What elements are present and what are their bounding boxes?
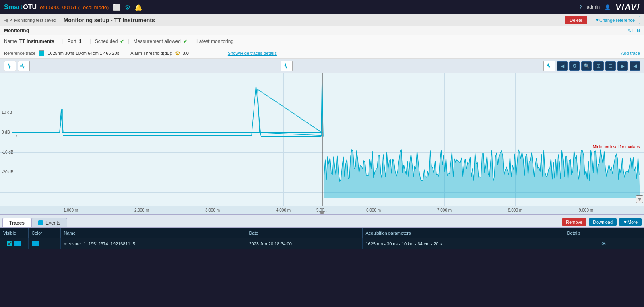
tool-settings[interactable]: ⚙ bbox=[569, 61, 580, 71]
monitoring-title: Monitoring bbox=[4, 28, 29, 33]
user-label: admin bbox=[587, 4, 600, 10]
remove-button[interactable]: Remove bbox=[562, 218, 586, 226]
waveform-toolbar: ◀ ⚙ 🔍 ⊞ ⊡ ▶ ◀ bbox=[0, 59, 644, 73]
sep1: | bbox=[62, 39, 64, 44]
threshold-value: 3.0 bbox=[183, 51, 189, 56]
x-tick-2: 2,000 m bbox=[134, 208, 149, 212]
help-icon[interactable]: ? bbox=[579, 4, 582, 10]
port-label: Port bbox=[68, 39, 76, 44]
measurement-check: ✔ bbox=[183, 39, 187, 44]
cell-color bbox=[28, 238, 60, 249]
save-text: ✔ Monitoring test saved bbox=[9, 18, 56, 23]
x-axis: 1,000 m 2,000 m 3,000 m 4,000 m 5,00... … bbox=[0, 206, 644, 215]
brand-logo: Smart OTU bbox=[4, 4, 37, 11]
wave-tool-1[interactable] bbox=[4, 61, 16, 71]
cell-date: 2023 Jun 20 18:34:00 bbox=[246, 238, 362, 249]
tool-collapse[interactable]: ◀ bbox=[630, 61, 640, 71]
col-acquisition: Acquisition parameters bbox=[362, 228, 564, 238]
ref-trace-params: 1625nm 30ns 10km 64cm 1.465 20s bbox=[47, 51, 119, 56]
monitoring-section-header: Monitoring ✎ Edit bbox=[0, 26, 644, 35]
trace-table: Visible Color Name Date Acquisition para… bbox=[0, 228, 644, 249]
row-color-swatch bbox=[14, 241, 21, 246]
col-date: Date bbox=[246, 228, 362, 238]
brand-smart: Smart bbox=[4, 4, 22, 11]
save-indicator: ◀ ✔ Monitoring test saved bbox=[4, 17, 56, 23]
trace-svg bbox=[0, 73, 644, 206]
show-hide-traces-link[interactable]: Show/Hide traces details bbox=[228, 51, 277, 56]
tab-events[interactable]: Events bbox=[31, 218, 67, 227]
back-icon[interactable]: ◀ bbox=[4, 17, 8, 23]
sep3: | bbox=[128, 39, 129, 44]
brand-otu: OTU bbox=[23, 4, 37, 11]
port-value: 1 bbox=[79, 39, 82, 44]
x-tick-4: 4,000 m bbox=[276, 208, 291, 212]
measurement-label: Measurement allowed bbox=[133, 39, 180, 44]
breadcrumb-bar: ◀ ✔ Monitoring test saved Monitoring set… bbox=[0, 14, 644, 26]
eye-icon[interactable]: 👁 bbox=[601, 241, 607, 247]
tabs-row: Traces Events Remove Download ▼More bbox=[0, 215, 644, 228]
monitor-icon[interactable]: ⬜ bbox=[113, 4, 121, 11]
delete-button[interactable]: Delete bbox=[565, 16, 587, 24]
more-button[interactable]: ▼More bbox=[619, 218, 642, 226]
cell-visible bbox=[0, 238, 28, 249]
x-tick-6: 6,000 m bbox=[366, 208, 381, 212]
name-label: Name bbox=[4, 39, 17, 44]
scheduled-check: ✔ bbox=[120, 39, 124, 44]
noise-region bbox=[324, 150, 640, 198]
x-tick-8: 8,000 m bbox=[508, 208, 522, 212]
topbar-icons: ⬜ ⚙ 🔔 bbox=[113, 4, 142, 11]
device-id: otu-5000-00151 (Local mode) bbox=[40, 4, 109, 10]
add-trace-button[interactable]: Add trace bbox=[621, 51, 640, 56]
tool-fit-width[interactable]: ⊡ bbox=[605, 61, 616, 71]
visible-checkbox[interactable] bbox=[7, 241, 12, 246]
name-value: TT Instruments bbox=[19, 39, 54, 44]
wave-tool-center-1[interactable] bbox=[281, 61, 293, 71]
user-icon[interactable]: 👤 bbox=[605, 4, 611, 10]
threshold-section: Alarm Threshold(dB): ⚙ 3.0 bbox=[130, 50, 189, 56]
wave-tool-right-1[interactable] bbox=[543, 61, 555, 71]
table-row: measure_1_19512374_19216811_5 2023 Jun 2… bbox=[0, 238, 644, 249]
expand-bottom-arrow[interactable]: ▼ bbox=[636, 195, 643, 203]
edit-button[interactable]: ✎ Edit bbox=[627, 28, 640, 33]
topbar: Smart OTU otu-5000-00151 (Local mode) ⬜ … bbox=[0, 0, 644, 14]
col-color: Color bbox=[28, 228, 60, 238]
sep2: | bbox=[90, 39, 91, 44]
monitoring-header-actions: ✎ Edit bbox=[627, 28, 640, 33]
viavi-logo: VIAVI bbox=[615, 3, 640, 12]
x-tick-1: 1,000 m bbox=[64, 208, 78, 212]
topbar-right: ? admin 👤 VIAVI bbox=[579, 3, 640, 12]
cell-name: measure_1_19512374_19216811_5 bbox=[60, 238, 246, 249]
chart-container: 10 dB 0 dB -10 dB -20 dB Minimum level f… bbox=[0, 73, 644, 206]
ref-trace-label: Reference trace bbox=[4, 51, 35, 56]
events-color-dot bbox=[38, 220, 43, 225]
tool-arrow-right[interactable]: ▶ bbox=[617, 61, 628, 71]
col-visible: Visible bbox=[0, 228, 28, 238]
col-name: Name bbox=[60, 228, 246, 238]
tool-arrow-left[interactable]: ◀ bbox=[557, 61, 568, 71]
table-header: Visible Color Name Date Acquisition para… bbox=[0, 228, 644, 238]
table-body: measure_1_19512374_19216811_5 2023 Jun 2… bbox=[0, 238, 644, 249]
scheduled-label: Scheduled bbox=[95, 39, 118, 44]
color-swatch bbox=[32, 241, 39, 246]
threshold-gear-icon: ⚙ bbox=[175, 50, 180, 56]
latest-label: Latest monitoring bbox=[196, 39, 233, 44]
settings-icon[interactable]: ⚙ bbox=[125, 4, 130, 11]
tab-traces-label: Traces bbox=[9, 220, 25, 226]
tool-zoom-in[interactable]: 🔍 bbox=[581, 61, 592, 71]
page-title: Monitoring setup - TT Instruments bbox=[64, 17, 155, 23]
tab-events-label: Events bbox=[45, 220, 60, 226]
tab-traces[interactable]: Traces bbox=[2, 218, 31, 227]
wave-tool-2[interactable] bbox=[18, 61, 30, 71]
chart-right-tools: ◀ ⚙ 🔍 ⊞ ⊡ ▶ ◀ bbox=[557, 61, 640, 71]
tool-fit-screen[interactable]: ⊞ bbox=[593, 61, 604, 71]
bell-icon[interactable]: 🔔 bbox=[134, 4, 142, 11]
col-details: Details bbox=[564, 228, 644, 238]
x-tick-9: 9,000 m bbox=[579, 208, 593, 212]
cell-details: 👁 bbox=[564, 238, 644, 249]
breadcrumb-actions: Delete ▼Change reference bbox=[565, 16, 640, 24]
ref-trace-color-swatch bbox=[39, 50, 44, 56]
change-reference-button[interactable]: ▼Change reference bbox=[590, 16, 640, 24]
threshold-label: Alarm Threshold(dB): bbox=[130, 51, 172, 56]
download-button[interactable]: Download bbox=[589, 218, 617, 226]
sep4: | bbox=[191, 39, 192, 44]
